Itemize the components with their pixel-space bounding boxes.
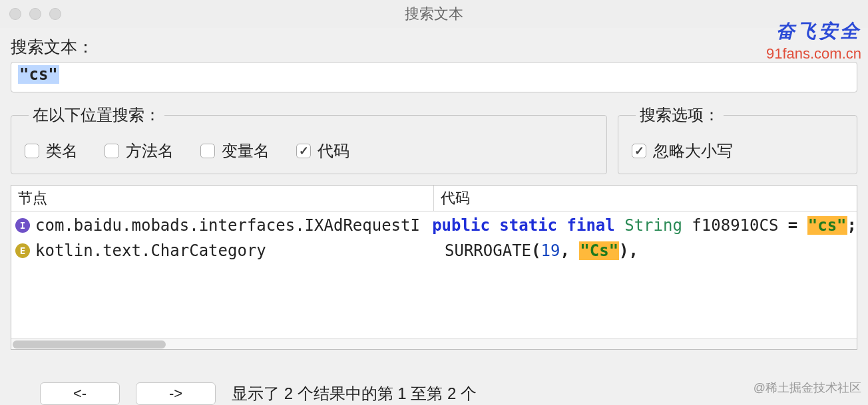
node-text: kotlin.text.CharCategory [35, 241, 266, 260]
locations-legend: 在以下位置搜索： [29, 104, 164, 126]
column-node[interactable]: 节点 [11, 186, 434, 211]
status-text: 显示了 2 个结果中的第 1 至第 2 个 [232, 383, 477, 404]
table-row[interactable]: Icom.baidu.mobads.interfaces.IXAdRequest… [11, 213, 857, 238]
column-code[interactable]: 代码 [434, 186, 857, 211]
minimize-icon[interactable] [29, 8, 41, 20]
check-classname-box[interactable] [25, 144, 39, 158]
watermark-line1: 奋飞安全 [766, 19, 861, 44]
search-value: "cs" [18, 65, 59, 84]
check-method[interactable]: 方法名 [105, 140, 174, 162]
check-classname[interactable]: 类名 [25, 140, 78, 162]
check-method-label: 方法名 [126, 140, 174, 162]
results-table: 节点 代码 Icom.baidu.mobads.interfaces.IXAdR… [11, 185, 857, 350]
check-variable-box[interactable] [200, 144, 215, 158]
check-method-box[interactable] [105, 144, 119, 158]
table-row[interactable]: Ekotlin.text.CharCategorySURROGATE(19, "… [11, 238, 857, 263]
check-code-label: 代码 [318, 140, 349, 162]
cell-node: Ekotlin.text.CharCategory [11, 241, 434, 260]
check-variable-label: 变量名 [222, 140, 270, 162]
horizontal-scrollbar[interactable] [11, 338, 857, 349]
cell-code: SURROGATE(19, "Cs"), [434, 241, 857, 260]
titlebar: 搜索文本 [0, 0, 868, 28]
check-ignore-case-box[interactable] [632, 144, 646, 158]
search-locations-group: 在以下位置搜索： 类名 方法名 变量名 代码 [11, 104, 607, 174]
check-classname-label: 类名 [46, 140, 78, 162]
scrollbar-thumb[interactable] [13, 340, 166, 348]
cell-node: Icom.baidu.mobads.interfaces.IXAdRequest… [11, 216, 421, 235]
search-options-group: 搜索选项： 忽略大小写 [618, 104, 857, 174]
close-icon[interactable] [9, 8, 21, 20]
node-text: com.baidu.mobads.interfaces.IXAdRequestI… [35, 216, 421, 235]
options-legend: 搜索选项： [636, 104, 724, 126]
window-title: 搜索文本 [405, 4, 463, 24]
enum-icon: E [15, 243, 30, 258]
search-label: 搜索文本： [11, 36, 868, 58]
results-header: 节点 代码 [11, 186, 857, 211]
watermark-line2: 91fans.com.cn [766, 45, 861, 63]
watermark: 奋飞安全 91fans.com.cn [766, 19, 861, 63]
interface-icon: I [15, 218, 30, 233]
check-code-box[interactable] [296, 144, 311, 158]
zoom-icon[interactable] [49, 8, 61, 20]
next-button[interactable]: -> [136, 382, 216, 405]
cell-code: public static final String f108910CS = "… [421, 216, 857, 235]
credit-text: @稀土掘金技术社区 [754, 380, 861, 396]
check-ignore-case-label: 忽略大小写 [653, 140, 733, 162]
window-controls [9, 8, 61, 20]
check-ignore-case[interactable]: 忽略大小写 [632, 140, 733, 162]
check-code[interactable]: 代码 [296, 140, 349, 162]
results-body: Icom.baidu.mobads.interfaces.IXAdRequest… [11, 211, 857, 338]
check-variable[interactable]: 变量名 [200, 140, 270, 162]
prev-button[interactable]: <- [40, 382, 120, 405]
search-input[interactable]: "cs" [11, 62, 857, 92]
